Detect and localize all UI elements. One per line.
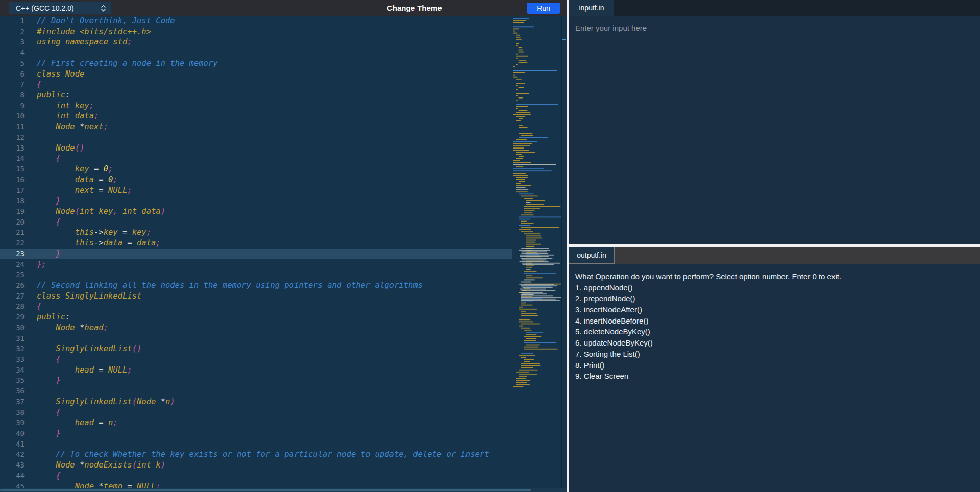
line-number: 41 bbox=[0, 439, 24, 450]
code-line: 42 // To check Whether the key exists or… bbox=[0, 449, 512, 460]
line-number: 32 bbox=[0, 343, 24, 354]
code-line: 14 { bbox=[0, 153, 512, 164]
code-line: 32 SinglyLinkedList() bbox=[0, 343, 512, 354]
code-text: // First creating a node in the memory bbox=[37, 58, 218, 69]
line-number: 6 bbox=[0, 69, 24, 80]
code-line: 26// Second linking all the nodes in the… bbox=[0, 280, 512, 291]
code-text: #include <bits/stdc++.h> bbox=[37, 27, 151, 37]
code-line: 15 key = 0; bbox=[0, 164, 512, 175]
code-text: SinglyLinkedList() bbox=[37, 343, 141, 354]
output-tab-row: outputf.in bbox=[569, 247, 980, 264]
indent-guide bbox=[39, 386, 39, 397]
ide-window: C++ (GCC 10.2.0) Change Theme Run 1// Do… bbox=[0, 0, 980, 492]
code-text: data = 0; bbox=[37, 175, 118, 185]
line-number: 24 bbox=[0, 259, 24, 270]
tab-outputf-in[interactable]: outputf.in bbox=[569, 247, 615, 264]
code-text: next = NULL; bbox=[37, 185, 132, 196]
line-number: 36 bbox=[0, 386, 24, 397]
output-line: 7. Sorting the List() bbox=[575, 349, 980, 360]
code-line: 28{ bbox=[0, 301, 512, 312]
code-line: 18 } bbox=[0, 195, 512, 206]
code-text: this->key = key; bbox=[37, 227, 151, 238]
line-number: 22 bbox=[0, 238, 24, 249]
horizontal-scrollbar[interactable] bbox=[0, 488, 567, 492]
indent-guide bbox=[39, 132, 39, 143]
code-line: 31 bbox=[0, 333, 512, 344]
code-line: 39 head = n; bbox=[0, 417, 512, 428]
code-editor[interactable]: 1// Don't Overthink, Just Code2#include … bbox=[0, 16, 567, 492]
input-textarea[interactable] bbox=[569, 16, 980, 244]
line-number: 42 bbox=[0, 449, 24, 460]
code-line: 34 head = NULL; bbox=[0, 365, 512, 376]
line-number: 33 bbox=[0, 354, 24, 365]
output-line: What Operation do you want to perform? S… bbox=[575, 271, 980, 282]
output-line: 3. insertNodeAfter() bbox=[575, 304, 980, 315]
code-line: 40 } bbox=[0, 428, 512, 439]
code-text: int key; bbox=[37, 101, 94, 111]
code-text: { bbox=[37, 153, 61, 164]
line-number: 16 bbox=[0, 175, 24, 185]
code-lines: 1// Don't Overthink, Just Code2#include … bbox=[0, 16, 512, 491]
change-theme-button[interactable]: Change Theme bbox=[387, 0, 442, 16]
code-line: 36 bbox=[0, 386, 512, 397]
language-dropdown-value: C++ (GCC 10.2.0) bbox=[9, 4, 101, 12]
code-line: 23 } bbox=[0, 249, 512, 259]
line-number: 19 bbox=[0, 206, 24, 217]
code-line: 19 Node(int key, int data) bbox=[0, 206, 512, 217]
code-line: 1// Don't Overthink, Just Code bbox=[0, 16, 512, 27]
line-number: 39 bbox=[0, 417, 24, 428]
code-line: 38 { bbox=[0, 407, 512, 418]
code-line: 12 bbox=[0, 132, 512, 143]
tab-inputf-in[interactable]: inputf.in bbox=[569, 0, 614, 16]
line-number: 44 bbox=[0, 471, 24, 481]
code-text: { bbox=[37, 471, 61, 481]
code-line: 7{ bbox=[0, 79, 512, 90]
line-number: 43 bbox=[0, 460, 24, 471]
output-line: 6. updateNodeByKey() bbox=[575, 337, 980, 349]
code-line: 13 Node() bbox=[0, 143, 512, 154]
line-number: 12 bbox=[0, 132, 24, 143]
line-number: 30 bbox=[0, 323, 24, 333]
line-number: 28 bbox=[0, 301, 24, 312]
code-line: 21 this->key = key; bbox=[0, 227, 512, 238]
code-line: 8public: bbox=[0, 90, 512, 101]
line-number: 26 bbox=[0, 280, 24, 291]
code-line: 22 this->data = data; bbox=[0, 238, 512, 249]
line-number: 21 bbox=[0, 227, 24, 238]
code-line: 10 int data; bbox=[0, 111, 512, 121]
code-text: { bbox=[37, 354, 61, 365]
code-line: 16 data = 0; bbox=[0, 175, 512, 185]
line-number: 15 bbox=[0, 164, 24, 175]
code-text: public: bbox=[37, 312, 70, 323]
line-number: 8 bbox=[0, 90, 24, 101]
code-text: Node(int key, int data) bbox=[37, 206, 165, 217]
output-line: 9. Clear Screen bbox=[575, 371, 980, 382]
code-text: { bbox=[37, 79, 41, 90]
line-number: 9 bbox=[0, 101, 24, 111]
code-text: // To check Whether the key exists or no… bbox=[37, 449, 489, 460]
io-panel: inputf.in outputf.in What Operation do y… bbox=[569, 0, 980, 492]
code-line: 9 int key; bbox=[0, 101, 512, 111]
code-text: class SinglyLinkedList bbox=[37, 291, 141, 302]
code-line: 27class SinglyLinkedList bbox=[0, 291, 512, 302]
horizontal-scrollbar-thumb[interactable] bbox=[0, 489, 531, 491]
line-number: 25 bbox=[0, 269, 24, 280]
top-toolbar: C++ (GCC 10.2.0) Change Theme Run bbox=[0, 0, 567, 16]
code-text: { bbox=[37, 407, 61, 418]
line-number: 13 bbox=[0, 143, 24, 154]
code-text: }; bbox=[37, 259, 46, 270]
run-button[interactable]: Run bbox=[527, 3, 560, 14]
code-line: 6class Node bbox=[0, 69, 512, 80]
code-text: } bbox=[37, 249, 61, 259]
line-number: 4 bbox=[0, 47, 24, 58]
line-number: 14 bbox=[0, 153, 24, 164]
code-text: } bbox=[37, 375, 61, 386]
code-text: head = n; bbox=[37, 417, 118, 428]
code-text: Node *head; bbox=[37, 323, 108, 333]
code-text: { bbox=[37, 217, 61, 228]
line-number: 23 bbox=[0, 249, 24, 259]
code-text: Node *nodeExists(int k) bbox=[37, 460, 165, 471]
language-dropdown[interactable]: C++ (GCC 10.2.0) bbox=[9, 2, 111, 14]
code-text: public: bbox=[37, 90, 70, 101]
minimap[interactable] bbox=[512, 16, 562, 492]
